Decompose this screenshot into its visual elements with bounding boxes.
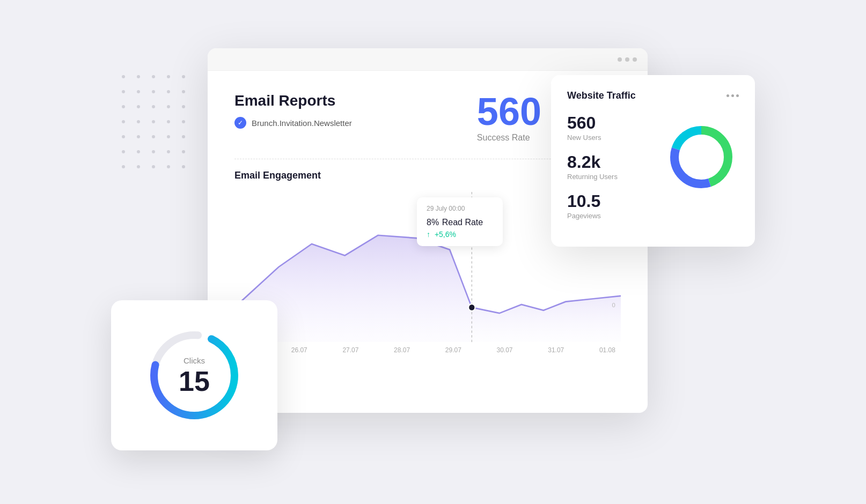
donut-chart-svg — [664, 120, 739, 195]
browser-titlebar — [208, 48, 648, 71]
dot-29 — [182, 150, 185, 153]
gauge-text: Clicks 15 — [179, 356, 210, 395]
dot-10 — [122, 105, 125, 108]
email-reports-title: Email Reports — [234, 92, 352, 109]
window-dot-2 — [625, 57, 629, 62]
svg-text:0: 0 — [612, 302, 615, 308]
dot-22 — [152, 135, 155, 138]
metrics-list: 560 New Users 8.2k Returning Users 10.5 … — [567, 114, 664, 232]
dot-18 — [167, 120, 170, 123]
traffic-card: Website Traffic 560 New Users 8.2k Retur… — [551, 75, 755, 247]
dot-25 — [122, 150, 125, 153]
x-label-6: 30.07 — [497, 346, 513, 354]
dot-16 — [137, 120, 140, 123]
dot-34 — [182, 165, 185, 168]
dot-1 — [137, 75, 140, 78]
dot-4 — [182, 75, 185, 78]
new-users-value: 560 — [567, 114, 664, 131]
metric-new-users: 560 New Users — [567, 114, 664, 142]
dot-12 — [152, 105, 155, 108]
window-dot-3 — [633, 57, 637, 62]
tooltip-read-rate-label: Read Rate — [442, 218, 483, 227]
success-rate-label: Success Rate — [477, 133, 541, 143]
x-label-4: 28.07 — [394, 346, 410, 354]
dot-15 — [122, 120, 125, 123]
traffic-title: Website Traffic — [567, 90, 636, 101]
dot-0 — [122, 75, 125, 78]
tooltip-read-rate: 8% Read Rate — [427, 216, 493, 228]
metric-pageviews: 10.5 Pageviews — [567, 192, 664, 220]
tooltip-date: 29 July 00:00 — [427, 205, 493, 212]
dot-11 — [137, 105, 140, 108]
dot-31 — [137, 165, 140, 168]
donut-chart — [664, 120, 739, 195]
tooltip-change: ↑ +5,6% — [427, 230, 493, 239]
dot-2 — [152, 75, 155, 78]
traffic-card-header: Website Traffic — [567, 90, 739, 101]
x-label-2: 26.07 — [291, 346, 307, 354]
tooltip-change-value: +5,6% — [435, 230, 456, 239]
more-dot-2 — [731, 94, 734, 97]
clicks-card: Clicks 15 — [111, 300, 277, 450]
dot-30 — [122, 165, 125, 168]
dot-21 — [137, 135, 140, 138]
window-dot-1 — [618, 57, 622, 62]
returning-users-value: 8.2k — [567, 153, 664, 171]
tooltip-up-arrow: ↑ — [427, 230, 430, 239]
dot-28 — [167, 150, 170, 153]
checkbox-icon — [234, 117, 246, 129]
dot-5 — [122, 90, 125, 93]
gauge-container: Clicks 15 — [141, 322, 248, 429]
more-options-button[interactable] — [726, 94, 739, 97]
chart-x-axis: 25.07 26.07 27.07 28.07 29.07 30.07 31.0… — [234, 346, 621, 354]
dot-9 — [182, 90, 185, 93]
dot-grid-decoration — [122, 75, 218, 225]
dot-27 — [152, 150, 155, 153]
dot-7 — [152, 90, 155, 93]
new-users-label: New Users — [567, 134, 664, 142]
dot-17 — [152, 120, 155, 123]
email-tag: Brunch.Invitation.Newsletter — [234, 117, 352, 129]
dot-8 — [167, 90, 170, 93]
dot-32 — [152, 165, 155, 168]
email-reports-left: Email Reports Brunch.Invitation.Newslett… — [234, 92, 352, 129]
success-rate-info: 560 Success Rate — [477, 92, 541, 143]
dot-13 — [167, 105, 170, 108]
x-label-8: 01.08 — [599, 346, 615, 354]
dot-3 — [167, 75, 170, 78]
x-label-5: 29.07 — [445, 346, 461, 354]
dot-20 — [122, 135, 125, 138]
dot-19 — [182, 120, 185, 123]
traffic-metrics: 560 New Users 8.2k Returning Users 10.5 … — [567, 114, 739, 232]
pageviews-label: Pageviews — [567, 212, 664, 220]
dot-26 — [137, 150, 140, 153]
pageviews-value: 10.5 — [567, 192, 664, 210]
success-rate-number: 560 — [477, 92, 541, 131]
dot-24 — [182, 135, 185, 138]
tooltip-read-rate-percent: 8% — [427, 218, 439, 227]
more-dot-1 — [726, 94, 729, 97]
chart-tooltip: 29 July 00:00 8% Read Rate ↑ +5,6% — [417, 197, 503, 246]
gauge-label: Clicks — [179, 356, 210, 365]
metric-returning-users: 8.2k Returning Users — [567, 153, 664, 181]
browser-window-controls — [618, 57, 637, 62]
x-label-7: 31.07 — [548, 346, 564, 354]
x-label-3: 27.07 — [342, 346, 358, 354]
dot-33 — [167, 165, 170, 168]
dot-6 — [137, 90, 140, 93]
email-tag-text: Brunch.Invitation.Newsletter — [252, 118, 352, 128]
returning-users-label: Returning Users — [567, 173, 664, 181]
more-dot-3 — [736, 94, 739, 97]
dot-23 — [167, 135, 170, 138]
scene: Email Reports Brunch.Invitation.Newslett… — [111, 32, 755, 472]
dot-14 — [182, 105, 185, 108]
gauge-value: 15 — [179, 367, 210, 395]
svg-point-1 — [468, 304, 475, 311]
